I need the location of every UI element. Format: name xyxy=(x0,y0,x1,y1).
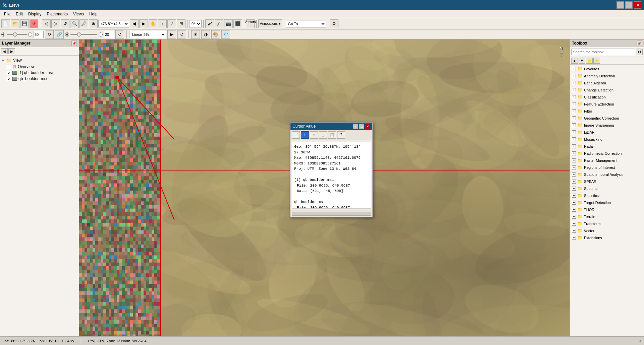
tool8[interactable]: ⬛ xyxy=(233,19,242,28)
expand-icon[interactable]: + xyxy=(572,208,576,212)
dialog-maximize[interactable]: □ xyxy=(359,124,364,129)
expand-icon[interactable]: + xyxy=(572,67,576,71)
tool7[interactable]: 📷 xyxy=(224,19,233,28)
menu-help[interactable]: Help xyxy=(87,11,100,17)
open-button[interactable]: 📂 xyxy=(11,19,19,28)
toolbox-category-regions-of-interest[interactable]: + 📁 Regions of Interest xyxy=(571,164,643,171)
contrast-icon[interactable]: ◑ xyxy=(201,30,210,39)
dialog-tool-clipboard[interactable]: 📋 xyxy=(328,131,336,139)
expand-icon[interactable]: + xyxy=(572,109,576,113)
close-button[interactable]: ✕ xyxy=(634,1,641,9)
toolbox-category-thor[interactable]: + 📁 THOR xyxy=(571,206,643,213)
layer1-checkbox[interactable]: ✓ xyxy=(7,71,11,75)
tool5[interactable]: 🖊 xyxy=(205,19,214,28)
reset-stretch[interactable]: ↺ xyxy=(177,30,186,39)
stretch-select[interactable]: Linear 2% Linear Equalize Gaussian Squar… xyxy=(129,31,166,38)
maximize-button[interactable]: □ xyxy=(625,1,633,9)
refresh-contrast[interactable]: ↺ xyxy=(115,30,124,39)
expand-icon[interactable]: + xyxy=(572,81,576,85)
dialog-minimize[interactable]: − xyxy=(353,124,358,129)
pan-right[interactable]: ▶ xyxy=(139,19,148,28)
menu-file[interactable]: File xyxy=(1,11,13,17)
minimize-button[interactable]: − xyxy=(616,1,624,9)
expand-icon[interactable]: + xyxy=(572,74,576,78)
zoom-out-button[interactable]: 🔎 xyxy=(79,19,88,28)
expand-icon[interactable]: + xyxy=(572,130,576,134)
toolbox-category-change-detection[interactable]: + 📁 Change Detection xyxy=(571,86,643,93)
brightness-input[interactable] xyxy=(34,31,44,38)
dialog-tool-file[interactable]: 📄 xyxy=(292,131,300,139)
toolbox-category-radar[interactable]: + 📁 Radar xyxy=(571,143,643,150)
contrast-input[interactable] xyxy=(104,31,114,38)
expand-icon[interactable]: + xyxy=(572,137,576,141)
pan-left[interactable]: ◀ xyxy=(130,19,139,28)
link-btn[interactable]: 🔗 xyxy=(55,30,64,39)
tool2[interactable]: ↕ xyxy=(158,19,167,28)
expand-icon[interactable]: + xyxy=(572,229,576,233)
menu-placemarks[interactable]: Placemarks xyxy=(44,11,70,17)
prev-button[interactable]: ◁ xyxy=(42,19,51,28)
toolbox-category-terrain[interactable]: + 📁 Terrain xyxy=(571,213,643,220)
image-area[interactable]: N ↑ Cursor Value − □ ✕ 📄 ✛ ≡ ⊞ 📋 ? xyxy=(79,40,570,336)
zoom-in-button[interactable]: 🔍 xyxy=(70,19,79,28)
toolbox-category-spectral[interactable]: + 📁 Spectral xyxy=(571,185,643,192)
tool3[interactable]: ⤢ xyxy=(167,19,176,28)
dialog-tool-help[interactable]: ? xyxy=(337,131,345,139)
expand-icon[interactable]: + xyxy=(572,194,576,198)
dialog-tool-crosshair[interactable]: ✛ xyxy=(301,131,309,139)
toolbox-category-image-sharpening[interactable]: + 📁 Image Sharpening xyxy=(571,122,643,129)
toolbox-category-spear[interactable]: + 📁 SPEAR xyxy=(571,178,643,185)
toolbox-category-transform[interactable]: + 📁 Transform xyxy=(571,220,643,227)
expand-icon[interactable]: + xyxy=(572,172,576,177)
toolbox-category-lidar[interactable]: + 📁 LiDAR xyxy=(571,129,643,136)
expand-icon[interactable]: + xyxy=(572,187,576,191)
expand-icon[interactable]: + xyxy=(572,144,576,148)
vectors-btn[interactable]: Vectors - xyxy=(246,19,255,28)
menu-views[interactable]: Views xyxy=(70,11,87,17)
next-button[interactable]: ▷ xyxy=(51,19,60,28)
refresh-button[interactable]: ↺ xyxy=(61,19,69,28)
toolbox-category-radiometric-correction[interactable]: + 📁 Radiometric Correction xyxy=(571,150,643,157)
radio-option1[interactable] xyxy=(1,32,5,37)
refresh-stretch[interactable]: ↺ xyxy=(45,30,54,39)
expand-icon[interactable]: + xyxy=(572,151,576,155)
menu-edit[interactable]: Edit xyxy=(13,11,25,17)
expand-icon[interactable]: + xyxy=(572,123,576,127)
apply-stretch[interactable]: ▶ xyxy=(167,30,176,39)
sat-icon[interactable]: 🎨 xyxy=(211,30,220,39)
toolbox-category-band-algebra[interactable]: + 📁 Band Algebra xyxy=(571,79,643,86)
expand-icon[interactable]: + xyxy=(572,165,576,169)
toolbox-nav-down[interactable]: ▼ xyxy=(579,58,585,64)
layer-ctrl-2[interactable]: ▶ xyxy=(8,48,15,54)
toolbox-nav-pin2[interactable]: ⭐ xyxy=(593,58,600,64)
layer2-checkbox[interactable]: ✓ xyxy=(7,77,11,81)
dialog-hscroll[interactable] xyxy=(292,212,371,216)
toolbox-category-spatiotemporal-analysis[interactable]: + 📁 Spatiotemporal Analysis xyxy=(571,171,643,178)
save-button[interactable]: 💾 xyxy=(20,19,29,28)
zoom-input-btn[interactable]: ⊕ xyxy=(89,19,98,28)
expand-icon[interactable]: + xyxy=(572,102,576,106)
pin-button[interactable]: 📌 xyxy=(30,19,38,28)
toolbox-category-filter[interactable]: + 📁 Filter xyxy=(571,108,643,115)
toolbox-nav-pin1[interactable]: ⭐ xyxy=(586,58,593,64)
settings-button[interactable]: ⚙ xyxy=(330,19,338,28)
brightness-icon[interactable]: ☀ xyxy=(191,30,200,39)
toolbox-category-vector[interactable]: + 📁 Vector xyxy=(571,227,643,234)
zoom-select[interactable]: 476.8% (4.8:: xyxy=(98,20,129,27)
expand-icon[interactable]: + xyxy=(572,158,576,162)
overview-checkbox[interactable] xyxy=(7,65,11,69)
sharp-icon[interactable]: 💎 xyxy=(221,30,230,39)
tool4[interactable]: ⊞ xyxy=(177,19,185,28)
toolbox-category-favorites[interactable]: + 📁 Favorites xyxy=(571,65,643,72)
tree-overview[interactable]: 🖼 Overview xyxy=(1,64,77,70)
expand-icon[interactable]: + xyxy=(572,222,576,226)
tool6[interactable]: 🖊 xyxy=(215,19,223,28)
menu-display[interactable]: Display xyxy=(25,11,44,17)
brightness-slider[interactable] xyxy=(7,34,27,35)
expand-icon[interactable]: + xyxy=(572,180,576,184)
toolbox-category-statistics[interactable]: + 📁 Statistics xyxy=(571,192,643,199)
status-resize[interactable]: ⊿ xyxy=(638,339,641,343)
tree-view-folder[interactable]: ▼ 📁 View xyxy=(1,57,77,64)
toolbox-category-feature-extraction[interactable]: + 📁 Feature Extraction xyxy=(571,100,643,108)
contrast-slider[interactable] xyxy=(70,34,97,35)
